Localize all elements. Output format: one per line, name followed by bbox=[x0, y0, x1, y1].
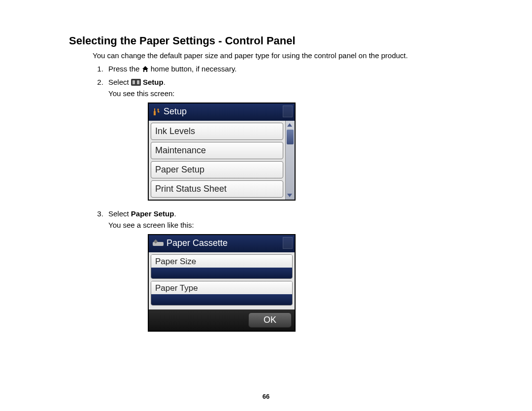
menu-item-ink-levels[interactable]: Ink Levels bbox=[151, 123, 283, 140]
step-2-prefix: Select bbox=[108, 78, 131, 86]
setup-screen-titlebar: Setup bbox=[149, 103, 295, 121]
step-1-suffix: home button, if necessary. bbox=[149, 65, 237, 73]
field-paper-size-value bbox=[151, 268, 292, 278]
step-2-after: You see this screen: bbox=[108, 89, 463, 98]
menu-item-maintenance[interactable]: Maintenance bbox=[151, 142, 283, 159]
setup-screen-title: Setup bbox=[164, 106, 187, 117]
field-paper-type[interactable]: Paper Type bbox=[151, 281, 293, 306]
cassette-icon bbox=[153, 240, 164, 247]
steps-list: Press the home button, if necessary. Sel… bbox=[93, 65, 463, 332]
field-paper-size[interactable]: Paper Size bbox=[151, 254, 293, 279]
setup-icon bbox=[131, 79, 141, 86]
step-1: Press the home button, if necessary. bbox=[105, 65, 463, 73]
field-paper-type-value bbox=[151, 294, 292, 305]
step-3-prefix: Select bbox=[108, 209, 131, 218]
step-3-bold: Paper Setup bbox=[131, 209, 174, 218]
home-icon bbox=[142, 66, 149, 72]
paper-cassette-screen: Paper Cassette Paper Size Paper Type OK bbox=[148, 234, 296, 332]
step-2-bold: Setup bbox=[141, 78, 164, 86]
ok-button[interactable]: OK bbox=[248, 312, 292, 328]
tools-icon bbox=[153, 108, 161, 116]
scroll-down-icon[interactable] bbox=[287, 194, 292, 197]
cassette-screen-title: Paper Cassette bbox=[166, 238, 228, 248]
cassette-screen-titlebar: Paper Cassette bbox=[149, 235, 295, 252]
scroll-up-icon[interactable] bbox=[287, 123, 292, 127]
step-2: Select Setup. You see this screen: Setup… bbox=[105, 78, 463, 201]
field-paper-type-label: Paper Type bbox=[151, 281, 292, 294]
scroll-thumb[interactable] bbox=[287, 130, 294, 144]
step-2-suffix: . bbox=[164, 78, 166, 86]
menu-item-paper-setup[interactable]: Paper Setup bbox=[151, 161, 283, 178]
page-number: 66 bbox=[0, 393, 532, 400]
field-paper-size-label: Paper Size bbox=[151, 255, 292, 268]
step-1-prefix: Press the bbox=[108, 65, 142, 73]
menu-item-print-status-sheet[interactable]: Print Status Sheet bbox=[151, 180, 283, 198]
titlebar-right-box-2 bbox=[283, 237, 293, 249]
setup-screen: Setup Ink Levels Maintenance Paper Setup… bbox=[148, 103, 296, 201]
titlebar-right-box bbox=[283, 105, 293, 117]
step-3-suffix: . bbox=[174, 209, 176, 218]
ok-row: OK bbox=[149, 309, 295, 331]
scrollbar[interactable] bbox=[285, 121, 295, 200]
section-title: Selecting the Paper Settings - Control P… bbox=[69, 34, 463, 47]
intro-text: You can change the default paper size an… bbox=[93, 51, 463, 60]
step-3-after: You see a screen like this: bbox=[108, 221, 463, 229]
step-3: Select Paper Setup. You see a screen lik… bbox=[105, 209, 463, 332]
